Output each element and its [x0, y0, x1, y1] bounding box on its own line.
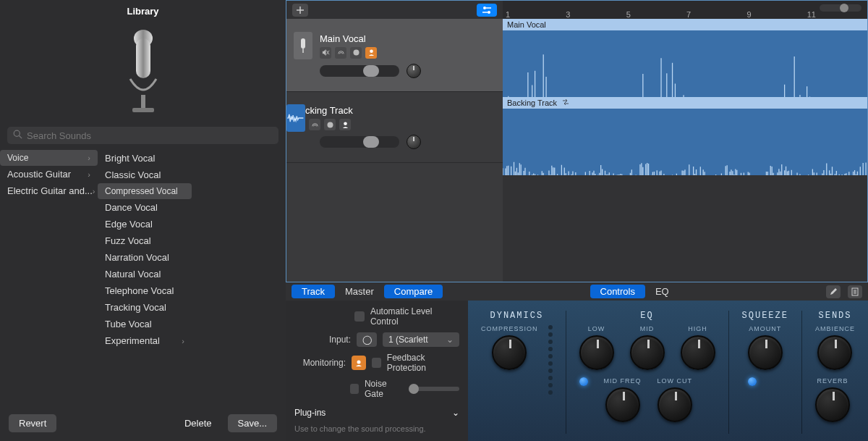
knob-label: REVERB [817, 377, 848, 385]
preset-detail-column [192, 150, 286, 408]
tab-controls[interactable]: Controls [590, 285, 645, 298]
search-field[interactable] [7, 127, 278, 144]
edit-icon[interactable] [826, 285, 841, 298]
add-track-button[interactable] [292, 4, 308, 17]
input-monitor-button[interactable] [339, 119, 351, 130]
knob-compression[interactable] [492, 335, 527, 370]
tab-eq[interactable]: EQ [645, 285, 679, 298]
preset-item[interactable]: Narration Vocal [98, 249, 192, 266]
noise-gate-checkbox[interactable] [350, 384, 359, 394]
record-enable-button[interactable] [324, 119, 336, 130]
preset-item[interactable]: Telephone Vocal [98, 282, 192, 299]
monitoring-label: Monitoring: [294, 358, 346, 368]
input-monitor-button[interactable] [365, 47, 377, 59]
library-panel: Library Voice›Acoustic Guitar›Electric G… [0, 0, 286, 441]
timeline-ruler[interactable]: 1357911 [503, 1, 867, 19]
rack-section-squeeze: SQUEEZE AMOUNT [742, 311, 788, 434]
library-footer: Revert Delete Save... [0, 408, 286, 441]
plugins-description: Use to change the sound processing. [294, 424, 459, 434]
knob-reverb[interactable] [815, 387, 850, 422]
svg-point-8 [488, 11, 490, 14]
knob-ambience[interactable] [817, 335, 852, 370]
feedback-label: Feedback Protection [387, 353, 459, 373]
preset-item[interactable]: Experimental› [98, 332, 192, 349]
preset-item[interactable]: Classic Vocal [98, 167, 192, 183]
preset-item[interactable]: Bright Vocal [98, 150, 192, 167]
noise-gate-label: Noise Gate [365, 379, 403, 399]
knob-label: COMPRESSION [481, 325, 538, 332]
zoom-slider[interactable] [820, 4, 861, 12]
delete-button[interactable]: Delete [174, 414, 222, 432]
volume-slider[interactable] [320, 65, 399, 77]
inspector-icon[interactable] [848, 285, 862, 298]
preset-item[interactable]: Compressed Vocal [98, 183, 192, 199]
rack-section-dynamics: DYNAMICS COMPRESSION [481, 311, 553, 434]
svg-point-18 [327, 122, 333, 127]
section-title: SENDS [818, 311, 851, 321]
preset-item[interactable]: Edge Vocal [98, 216, 192, 232]
save-button[interactable]: Save... [228, 414, 277, 432]
library-preview-image [0, 21, 286, 122]
ruler-mark: 5 [626, 10, 657, 19]
svg-rect-11 [302, 49, 304, 53]
knob-label: HIGH [688, 325, 707, 332]
search-input[interactable] [27, 130, 273, 141]
section-title: DYNAMICS [490, 311, 544, 321]
track-icon [286, 104, 305, 132]
svg-point-15 [370, 49, 373, 53]
svg-rect-10 [301, 38, 305, 49]
knob-high[interactable] [681, 335, 715, 370]
input-select[interactable]: 1 (Scarlett⌄ [383, 332, 459, 347]
noise-gate-slider[interactable] [409, 387, 459, 391]
pan-knob[interactable] [407, 135, 421, 149]
volume-slider[interactable] [320, 136, 399, 148]
knob-low[interactable] [579, 335, 614, 370]
knob-mid[interactable] [630, 335, 665, 370]
tab-track[interactable]: Track [292, 285, 335, 298]
chevron-right-icon: › [88, 154, 90, 162]
preset-item[interactable]: Fuzz Vocal [98, 232, 192, 249]
arrange-area[interactable]: 1357911 Main Vocal Backing Track [503, 0, 868, 282]
loop-icon [561, 98, 570, 107]
input-mono-toggle[interactable]: ◯ [357, 332, 377, 347]
category-item[interactable]: Voice› [0, 150, 98, 166]
solo-button[interactable] [309, 119, 320, 130]
mute-button[interactable] [320, 47, 331, 59]
category-item[interactable]: Electric Guitar and...› [0, 182, 98, 199]
pan-knob[interactable] [407, 64, 421, 78]
knob-amount[interactable] [748, 335, 783, 370]
audio-region[interactable]: Backing Track [503, 97, 867, 175]
alc-checkbox[interactable] [354, 311, 365, 322]
preset-column[interactable]: Bright VocalClassic VocalCompressed Voca… [98, 150, 192, 408]
feedback-checkbox[interactable] [372, 358, 381, 368]
track-header[interactable]: Backing Track [286, 92, 503, 163]
library-title: Library [0, 0, 286, 21]
tab-master[interactable]: Master [335, 285, 384, 298]
svg-rect-3 [132, 108, 154, 112]
knob-mid freq[interactable] [605, 387, 640, 422]
audio-region[interactable]: Main Vocal [503, 19, 867, 97]
svg-point-24 [357, 361, 361, 364]
track-filter-button[interactable] [477, 4, 497, 17]
monitoring-button[interactable] [352, 356, 366, 370]
preset-item[interactable]: Tube Vocal [98, 316, 192, 332]
solo-button[interactable] [335, 47, 346, 59]
plugins-header[interactable]: Plug-ins⌄ [294, 408, 459, 418]
revert-button[interactable]: Revert [9, 414, 56, 432]
track-header[interactable]: Main Vocal [286, 19, 503, 92]
preset-item[interactable]: Dance Vocal [98, 199, 192, 216]
chevron-right-icon: › [182, 337, 184, 345]
svg-rect-2 [141, 95, 145, 109]
chevron-right-icon: › [93, 187, 95, 196]
ruler-mark: 9 [746, 10, 777, 19]
category-item[interactable]: Acoustic Guitar› [0, 166, 98, 182]
tab-compare[interactable]: Compare [384, 285, 443, 298]
record-enable-button[interactable] [350, 47, 362, 59]
library-browser: Voice›Acoustic Guitar›Electric Guitar an… [0, 150, 286, 408]
svg-point-14 [353, 50, 359, 56]
category-column[interactable]: Voice›Acoustic Guitar›Electric Guitar an… [0, 150, 98, 408]
knob-low cut[interactable] [658, 387, 692, 422]
preset-item[interactable]: Natural Vocal [98, 266, 192, 282]
chevron-down-icon: ⌄ [452, 408, 459, 418]
preset-item[interactable]: Tracking Vocal [98, 299, 192, 316]
